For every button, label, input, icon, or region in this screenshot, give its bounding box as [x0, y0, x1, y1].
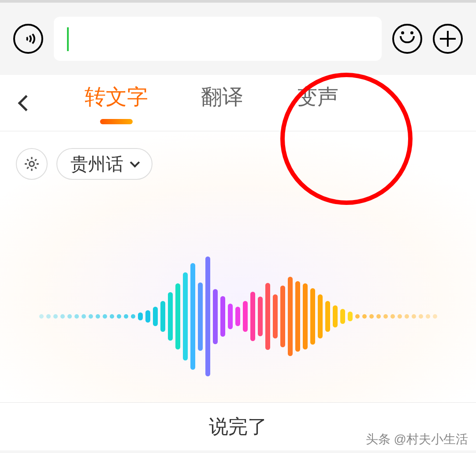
wave-dot: [53, 314, 58, 319]
wave-dot: [110, 314, 114, 319]
svg-point-0: [30, 162, 34, 167]
wave-bar: [160, 301, 165, 332]
text-cursor: [67, 27, 69, 51]
chevron-down-icon: [130, 158, 140, 168]
done-button[interactable]: 说完了: [209, 414, 267, 440]
wave-bar: [198, 282, 203, 351]
wave-bar: [280, 286, 285, 347]
gear-icon: [23, 155, 41, 173]
voice-icon[interactable]: [13, 24, 43, 54]
back-icon[interactable]: [18, 95, 34, 111]
wave-dot: [362, 314, 367, 319]
wave-dot: [383, 314, 388, 319]
wave-dot: [412, 314, 416, 319]
wave-bar: [138, 312, 143, 320]
wave-dot: [82, 314, 86, 319]
wave-bar: [325, 301, 330, 332]
wave-dot: [117, 314, 121, 319]
wave-bar: [243, 301, 248, 332]
wave-bar: [310, 288, 315, 345]
tab-voice-change[interactable]: 变声: [296, 83, 338, 123]
wave-dot: [131, 314, 135, 319]
wave-bar: [265, 283, 270, 350]
tab-label: 翻译: [201, 85, 243, 108]
wave-bar: [145, 310, 150, 323]
wave-dot: [74, 314, 79, 319]
wave-bar: [273, 294, 278, 338]
wave-bar: [333, 305, 338, 327]
wave-bar: [250, 292, 255, 341]
wave-bar: [318, 294, 323, 338]
voice-content: 贵州话: [0, 131, 476, 403]
wave-dot: [376, 314, 381, 319]
wave-bar: [220, 296, 225, 337]
wave-dot: [89, 314, 93, 319]
wave-dot: [124, 314, 128, 319]
wave-dot: [103, 314, 107, 319]
voice-waveform: [0, 255, 476, 378]
wave-dot: [96, 314, 100, 319]
wave-dot: [390, 314, 395, 319]
emoji-icon[interactable]: [392, 24, 422, 54]
plus-icon[interactable]: [433, 24, 463, 54]
tab-indicator: [100, 119, 133, 124]
wave-bar: [213, 289, 218, 344]
tab-label: 变声: [296, 85, 338, 108]
tab-to-text[interactable]: 转文字: [85, 83, 148, 123]
wave-dot: [39, 314, 44, 319]
wave-bar: [258, 297, 263, 336]
wave-bar: [153, 307, 158, 326]
wave-bar: [348, 312, 353, 321]
dialect-select[interactable]: 贵州话: [56, 148, 152, 180]
wave-dot: [405, 314, 409, 319]
wave-bar: [183, 272, 188, 360]
dialect-label: 贵州话: [71, 152, 123, 176]
wave-bar: [288, 277, 293, 356]
settings-button[interactable]: [16, 148, 48, 180]
input-toolbar: [0, 0, 476, 75]
tab-label: 转文字: [85, 85, 148, 108]
wave-bar: [228, 304, 233, 329]
voice-tabs: 转文字 翻译 变声: [0, 75, 476, 131]
wave-bar: [235, 307, 240, 326]
wave-dot: [60, 314, 65, 319]
wave-dot: [398, 314, 402, 319]
wave-dot: [355, 314, 360, 319]
watermark-text: 头条 @村夫小生活: [366, 431, 468, 448]
message-input[interactable]: [54, 17, 382, 61]
wave-dot: [46, 314, 51, 319]
wave-dot: [67, 314, 72, 319]
wave-dot: [426, 314, 430, 319]
wave-dot: [419, 314, 423, 319]
wave-bar: [168, 292, 173, 341]
wave-bar: [295, 281, 300, 352]
wave-bar: [205, 256, 210, 376]
wave-dot: [433, 314, 437, 319]
tab-translate[interactable]: 翻译: [201, 83, 243, 123]
wave-dot: [369, 314, 374, 319]
wave-bar: [303, 283, 308, 349]
wave-bar: [340, 309, 345, 324]
wave-bar: [190, 263, 195, 370]
wave-bar: [175, 283, 180, 349]
